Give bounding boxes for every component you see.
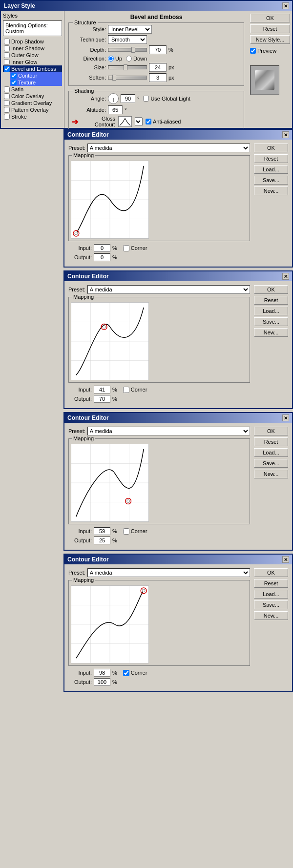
reset-button[interactable]: Reset <box>250 24 290 33</box>
ok-btn-2[interactable]: OK <box>254 285 288 294</box>
contour-close-icon-4[interactable]: ✕ <box>282 556 289 563</box>
new-btn-3[interactable]: New... <box>254 470 288 478</box>
contour-close-icon-2[interactable]: ✕ <box>282 273 289 280</box>
sidebar-item-satin[interactable]: Satin <box>3 86 62 93</box>
reset-btn-1[interactable]: Reset <box>254 154 288 163</box>
sidebar-item-texture[interactable]: Texture <box>10 79 62 86</box>
bevel-emboss-check[interactable] <box>4 66 10 72</box>
new-style-button[interactable]: New Style... <box>250 35 290 44</box>
save-btn-2[interactable]: Save... <box>254 317 288 326</box>
corner-label-2[interactable]: Corner <box>123 387 147 393</box>
input-field-2[interactable] <box>94 386 110 393</box>
contour-check[interactable] <box>11 73 17 79</box>
global-light-check[interactable] <box>143 96 149 102</box>
sidebar-item-gradient-overlay[interactable]: Gradient Overlay <box>3 100 62 106</box>
output-field-1[interactable] <box>94 253 110 261</box>
anti-aliased-check[interactable] <box>146 119 151 124</box>
satin-check[interactable] <box>4 86 10 92</box>
input-field-3[interactable] <box>94 527 110 535</box>
technique-select[interactable]: Smooth <box>108 35 147 44</box>
depth-slider[interactable] <box>108 48 147 52</box>
corner-check-1[interactable] <box>123 245 129 251</box>
sidebar-item-stroke[interactable]: Stroke <box>3 113 62 120</box>
new-btn-2[interactable]: New... <box>254 328 288 337</box>
anti-aliased-label[interactable]: Anti-aliased <box>146 119 181 124</box>
preview-check[interactable] <box>250 48 256 54</box>
ok-button[interactable]: OK <box>250 14 290 22</box>
new-btn-4[interactable]: New... <box>254 611 288 620</box>
preview-label-row[interactable]: Preview <box>250 48 290 54</box>
curve-canvas-1[interactable] <box>71 161 149 239</box>
size-slider[interactable] <box>108 65 147 69</box>
new-btn-1[interactable]: New... <box>254 186 288 195</box>
preset-select-1[interactable]: A medida <box>87 144 250 152</box>
size-input[interactable] <box>149 63 167 72</box>
contour-close-icon-3[interactable]: ✕ <box>282 414 289 421</box>
close-icon[interactable]: ✕ <box>282 2 289 9</box>
outer-glow-check[interactable] <box>4 52 10 58</box>
style-select[interactable]: Inner Bevel <box>108 25 152 34</box>
ok-btn-1[interactable]: OK <box>254 144 288 152</box>
sidebar-item-bevel-emboss[interactable]: Bevel and Emboss <box>3 65 62 72</box>
depth-input[interactable] <box>149 45 167 54</box>
save-btn-1[interactable]: Save... <box>254 176 288 185</box>
direction-up-radio[interactable] <box>108 56 114 62</box>
inner-shadow-check[interactable] <box>4 45 10 51</box>
soften-input[interactable] <box>149 73 167 82</box>
corner-check-4[interactable] <box>123 670 129 676</box>
sidebar-item-inner-shadow[interactable]: Inner Shadow <box>3 45 62 52</box>
contour-close-icon-1[interactable]: ✕ <box>282 131 289 138</box>
sidebar-item-pattern-overlay[interactable]: Pattern Overlay <box>3 106 62 113</box>
corner-label-1[interactable]: Corner <box>123 245 147 251</box>
preset-select-2[interactable]: A medida <box>87 285 250 294</box>
preset-select-4[interactable]: A medida <box>87 568 250 577</box>
stroke-check[interactable] <box>4 114 10 120</box>
input-field-4[interactable] <box>94 669 110 677</box>
texture-check[interactable] <box>11 80 17 85</box>
pattern-overlay-check[interactable] <box>4 107 10 113</box>
corner-label-4[interactable]: Corner <box>123 670 147 676</box>
ok-btn-4[interactable]: OK <box>254 568 288 577</box>
curve-canvas-2[interactable] <box>71 302 149 380</box>
output-field-3[interactable] <box>94 537 110 544</box>
reset-btn-2[interactable]: Reset <box>254 296 288 305</box>
reset-btn-3[interactable]: Reset <box>254 437 288 446</box>
altitude-input[interactable] <box>108 105 123 114</box>
color-overlay-check[interactable] <box>4 93 10 99</box>
load-btn-2[interactable]: Load... <box>254 307 288 315</box>
save-btn-3[interactable]: Save... <box>254 459 288 468</box>
sidebar-item-drop-shadow[interactable]: Drop Shadow <box>3 38 62 45</box>
curve-canvas-4[interactable] <box>71 585 149 663</box>
output-field-4[interactable] <box>94 678 110 686</box>
global-light-label[interactable]: Use Global Light <box>143 96 190 102</box>
gloss-contour-thumb[interactable] <box>118 116 132 127</box>
curve-canvas-3[interactable] <box>71 444 149 522</box>
sidebar-item-blending[interactable]: Blending Options: Custom <box>4 22 61 35</box>
direction-up-label[interactable]: Up <box>108 56 122 62</box>
direction-down-radio[interactable] <box>126 56 132 62</box>
preset-select-3[interactable]: A medida <box>87 427 250 435</box>
corner-label-3[interactable]: Corner <box>123 528 147 535</box>
reset-btn-4[interactable]: Reset <box>254 579 288 588</box>
save-btn-4[interactable]: Save... <box>254 600 288 609</box>
sidebar-item-inner-glow[interactable]: Inner Glow <box>3 59 62 65</box>
load-btn-1[interactable]: Load... <box>254 165 288 174</box>
direction-down-label[interactable]: Down <box>126 56 147 62</box>
drop-shadow-check[interactable] <box>4 39 10 44</box>
inner-glow-check[interactable] <box>4 59 10 65</box>
load-btn-3[interactable]: Load... <box>254 448 288 457</box>
contour-dropdown[interactable]: ▼ <box>135 117 143 126</box>
angle-dial[interactable] <box>108 93 119 104</box>
angle-input[interactable] <box>121 94 135 103</box>
output-field-2[interactable] <box>94 395 110 403</box>
sidebar-item-color-overlay[interactable]: Color Overlay <box>3 93 62 100</box>
corner-check-3[interactable] <box>123 528 129 535</box>
soften-slider[interactable] <box>108 76 147 80</box>
input-field-1[interactable] <box>94 244 110 252</box>
sidebar-item-contour[interactable]: Contour <box>10 72 62 79</box>
ok-btn-3[interactable]: OK <box>254 427 288 435</box>
load-btn-4[interactable]: Load... <box>254 590 288 599</box>
corner-check-2[interactable] <box>123 387 129 393</box>
gradient-overlay-check[interactable] <box>4 100 10 106</box>
sidebar-item-outer-glow[interactable]: Outer Glow <box>3 52 62 59</box>
